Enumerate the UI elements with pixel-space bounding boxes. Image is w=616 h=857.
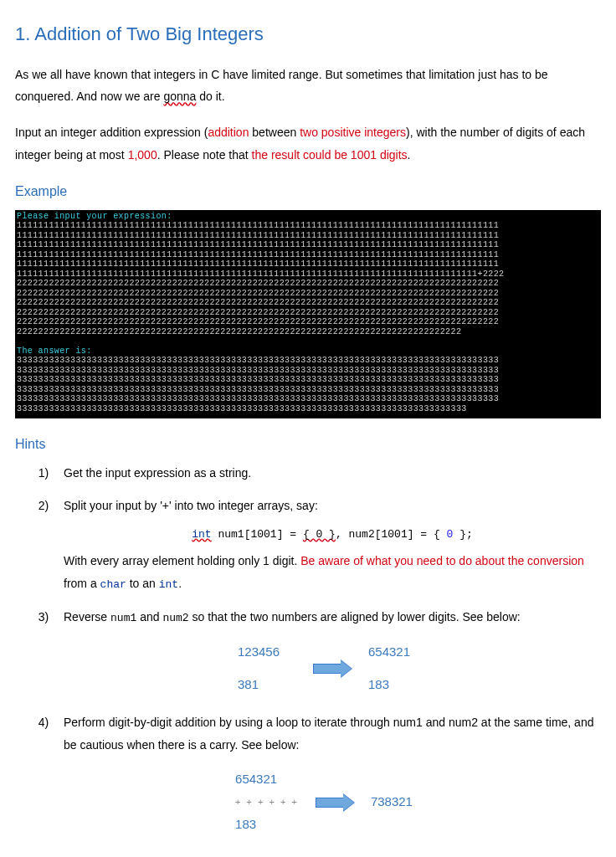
code-text: num1 (110, 612, 136, 624)
arrow-right-icon (313, 660, 352, 677)
terminal-body: 3333333333333333333333333333333333333333… (17, 356, 499, 413)
diagram-value: 183 (368, 673, 389, 697)
diagram-value: 738321 (371, 790, 413, 814)
highlight-text: two positive integers (300, 126, 406, 139)
diagram-value: 654321 (235, 767, 277, 792)
highlight-text: 1,000 (128, 148, 157, 162)
diagram-value: 381 (238, 673, 259, 697)
text: Get the input expression as a string. (64, 466, 251, 480)
terminal-body: 1111111111111111111111111111111111111111… (17, 221, 505, 336)
terminal-answer-label: The answer is: (17, 346, 92, 356)
text: . (408, 148, 411, 162)
text: do it. (196, 90, 224, 103)
hint-item-3: Reverse num1 and num2 so that the two nu… (55, 606, 601, 697)
carry-dots: + + + + + + (235, 800, 299, 805)
text: between (249, 126, 300, 139)
page-title: 1. Addition of Two Big Integers (15, 17, 601, 52)
diagram-left-col: 654321 + + + + + + 183 (235, 767, 299, 837)
intro-paragraph-2: Input an integer addition expression (ad… (15, 121, 601, 166)
code-line: int num1[1001] = { 0 }, num2[1001] = { 0… (64, 522, 601, 546)
text: . Please note that (157, 148, 252, 162)
arrow-right-icon (316, 794, 354, 811)
text: . (178, 577, 182, 590)
diagram-value: 123456 (238, 640, 280, 665)
hint-item-4: Perform digit-by-digit addition by using… (55, 711, 601, 837)
code-keyword: int (159, 578, 178, 591)
text: so that the two numbers are aligned by l… (189, 610, 521, 624)
diagram-value: 183 (235, 813, 256, 837)
code-text: { 0 } (303, 528, 336, 541)
addition-diagram: 654321 + + + + + + 183 738321 (64, 767, 601, 837)
highlight-text: Be aware of what you need to do about th… (300, 554, 584, 567)
text: Reverse (64, 610, 110, 624)
diagram-left-col: 123456 381 (238, 640, 296, 696)
code-text: num1[1001] = (212, 528, 303, 541)
text: As we all have known that integers in C … (15, 68, 548, 104)
text: and (136, 610, 162, 624)
hint-item-2: Split your input by '+' into two integer… (55, 495, 601, 596)
code-keyword: char (100, 578, 126, 591)
terminal-output: Please input your expression: 1111111111… (15, 210, 601, 419)
reverse-diagram: 123456 381 654321 183 (64, 640, 601, 696)
text: Perform digit-by-digit addition by using… (64, 716, 593, 752)
diagram-right-col: 654321 183 (368, 640, 427, 696)
text: With every array element holding only 1 … (64, 554, 300, 567)
highlight-text: addition (208, 126, 249, 139)
text: to an (126, 577, 159, 590)
hint-item-1: Get the input expression as a string. (55, 462, 601, 485)
text: from a (64, 577, 100, 590)
code-text: }; (453, 528, 472, 541)
code-text: num2 (162, 612, 188, 624)
highlight-text: the result could be 1001 digits (252, 148, 408, 162)
code-keyword: int (192, 528, 211, 541)
spellcheck-word: gonna (163, 90, 196, 103)
diagram-value: 654321 (368, 640, 410, 665)
example-heading: Example (15, 179, 601, 204)
intro-paragraph-1: As we all have known that integers in C … (15, 64, 601, 108)
code-text: , num2[1001] = { (336, 528, 447, 541)
text: Split your input by '+' into two integer… (64, 499, 318, 512)
hints-list: Get the input expression as a string. Sp… (15, 462, 601, 837)
terminal-prompt: Please input your expression: (17, 212, 172, 221)
text: Input an integer addition expression ( (15, 126, 208, 139)
hints-heading: Hints (15, 432, 601, 457)
diagram-right-col: 738321 (371, 790, 429, 814)
